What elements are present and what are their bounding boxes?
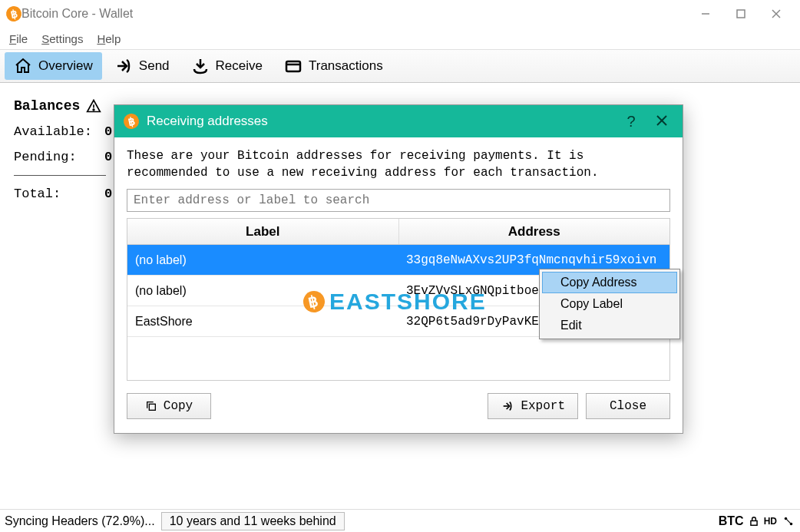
balances-title-text: Balances [14,98,80,114]
titlebar: ฿ Bitcoin Core - Wallet [0,0,800,28]
table-header: Label Address [127,219,669,245]
network-icon [782,516,795,527]
balance-divider [14,175,106,176]
send-icon [114,57,133,75]
close-button[interactable] [759,0,794,28]
sync-behind[interactable]: 10 years and 11 weeks behind [161,512,345,530]
menubar: File Settings Help [0,28,800,49]
warning-icon [86,98,101,114]
dialog-close-button[interactable] [650,113,673,131]
hd-badge: HD [764,516,777,527]
column-address[interactable]: Address [399,219,670,244]
search-input[interactable] [127,189,670,212]
copy-button[interactable]: Copy [127,393,211,419]
close-button-label: Close [610,399,646,413]
export-button[interactable]: Export [488,393,578,419]
dialog-help-button[interactable]: ? [620,113,643,131]
toolbar: Overview Send Receive Transactions [0,49,800,83]
export-icon [501,400,514,412]
statusbar-right: BTC HD [719,514,795,528]
cell-label: (no label) [127,276,398,306]
balance-value: 0 [104,150,112,164]
window-title: Bitcoin Core - Wallet [21,7,133,21]
bitcoin-logo-icon: ฿ [122,112,140,131]
bitcoin-logo-icon: ฿ [5,5,23,23]
balance-value: 0 [104,124,112,139]
context-item-edit[interactable]: Edit [542,315,677,336]
column-label[interactable]: Label [127,219,399,244]
close-button[interactable]: Close [586,393,670,419]
window-controls [688,0,794,28]
menu-help[interactable]: Help [97,32,121,45]
menu-settings[interactable]: Settings [41,32,83,45]
menu-file[interactable]: File [9,32,28,45]
svg-rect-4 [286,61,300,71]
balance-value: 0 [104,187,112,201]
balance-label: Available: [14,124,98,139]
tab-transactions-label: Transactions [309,58,383,74]
cell-label: EastShore [127,306,398,336]
lock-icon [749,516,759,527]
dialog-titlebar: ฿ Receiving addresses ? [114,105,683,137]
context-item-copy-label[interactable]: Copy Label [542,293,677,315]
svg-rect-11 [751,520,757,525]
svg-rect-1 [737,10,745,18]
svg-point-7 [94,109,95,111]
copy-icon [145,400,157,412]
tab-send[interactable]: Send [105,52,179,80]
receive-icon [191,57,210,75]
statusbar: Syncing Headers (72.9%)... 10 years and … [0,509,800,532]
home-icon [14,57,32,75]
unit-label: BTC [719,514,744,528]
minimize-button[interactable] [688,0,723,28]
balance-label: Total: [14,187,98,201]
cell-label: (no label) [127,245,398,275]
svg-rect-10 [149,405,155,411]
tab-send-label: Send [139,58,170,74]
balances-heading: Balances [14,98,101,114]
transactions-icon [284,57,302,75]
context-item-copy-address[interactable]: Copy Address [542,272,677,293]
tab-receive-label: Receive [216,58,263,74]
tab-transactions[interactable]: Transactions [275,52,392,80]
tab-overview-label: Overview [38,58,93,74]
table-empty-area [127,337,669,380]
copy-button-label: Copy [164,399,193,413]
export-button-label: Export [521,399,565,413]
dialog-description: These are your Bitcoin addresses for rec… [127,148,670,181]
balance-label: Pending: [14,150,98,164]
tab-receive[interactable]: Receive [182,52,272,80]
maximize-button[interactable] [723,0,759,28]
context-menu: Copy Address Copy Label Edit [539,269,680,339]
tab-overview[interactable]: Overview [5,52,102,80]
dialog-actions: Copy Export Close [127,393,670,419]
sync-status: Syncing Headers (72.9%)... [5,514,155,528]
dialog-title: Receiving addresses [147,114,268,129]
